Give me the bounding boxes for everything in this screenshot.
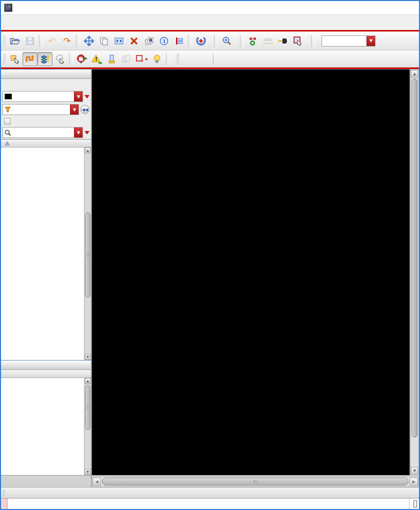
title-bar (1, 1, 419, 15)
zoom-button[interactable] (220, 34, 234, 48)
lasso-select-button[interactable] (52, 52, 68, 66)
scroll-down-arrow[interactable]: ▼ (85, 469, 90, 475)
open-button[interactable] (8, 34, 22, 48)
cmd-caret[interactable] (414, 500, 417, 508)
close-button[interactable] (402, 2, 417, 14)
minimize-button[interactable] (372, 2, 387, 14)
layers-table: ▲ ▼ (1, 139, 91, 360)
create-pin-button[interactable] (276, 34, 290, 48)
command-bar (1, 498, 419, 509)
svg-text:R: R (149, 38, 152, 43)
active-layer-swatch (4, 94, 12, 100)
svg-text:abc: abc (264, 37, 272, 42)
layers-scrollbar[interactable]: ▲ ▼ (84, 148, 91, 360)
scroll-up-arrow[interactable]: ▲ (411, 70, 418, 78)
toolbar-grip[interactable] (4, 54, 6, 64)
toolbar-grip[interactable] (177, 54, 180, 64)
statusbar-grip (3, 490, 6, 496)
scroll-up-arrow[interactable]: ▲ (85, 148, 90, 154)
reshape-mode-button[interactable] (22, 52, 38, 66)
selection-status (181, 54, 242, 64)
redo-button[interactable]: ↷ (60, 34, 74, 48)
left-dock: ▼ ▼ ◀◀ ▼ (1, 69, 92, 487)
toolbar-separator (240, 35, 244, 47)
toolbar-separator (214, 35, 218, 47)
save-button[interactable] (22, 34, 38, 48)
workspace-dropdown-arrow[interactable]: ▼ (366, 36, 375, 46)
workspace-select[interactable]: ▼ (322, 36, 376, 46)
menu-bar (1, 15, 419, 30)
delete-button[interactable] (126, 34, 142, 48)
warning-skip-button[interactable]: ! (90, 52, 104, 66)
chop-button[interactable] (120, 52, 134, 66)
svg-text:i: i (164, 38, 166, 44)
used-layers-checkbox[interactable] (4, 118, 10, 124)
layers-panel-title-bar[interactable] (1, 69, 91, 79)
toolbar-separator (188, 35, 192, 47)
layer-visibility-row (1, 79, 91, 90)
create-label-button[interactable]: abc (260, 34, 276, 48)
active-layer-select[interactable]: ▼ (2, 91, 83, 102)
scrollbar-thumb[interactable] (102, 478, 408, 486)
scroll-down-arrow[interactable]: ▼ (85, 354, 90, 360)
canvas-hscrollbar[interactable]: ◀ ▶ (92, 476, 419, 487)
scrollbar-thumb[interactable] (412, 78, 418, 438)
toolbar-separator (69, 53, 73, 65)
layers-mode-button[interactable] (38, 52, 52, 66)
scroll-left-arrow[interactable]: ◀ (92, 478, 101, 486)
copy-button[interactable] (96, 34, 112, 48)
layer-filter-dropdown-arrow[interactable]: ▼ (70, 104, 78, 114)
canvas-area: ▲ ▼ ◀ ▶ (92, 69, 419, 487)
mouse-binding-bar (1, 487, 419, 498)
ruler-button[interactable] (172, 34, 186, 48)
maximize-button[interactable] (387, 2, 402, 14)
toolbar-separator (166, 53, 170, 65)
layer-filter-row: ▼ ◀◀ (1, 103, 91, 116)
move-button[interactable] (82, 34, 96, 48)
select-area-button[interactable] (290, 34, 306, 48)
toolbar-separator (39, 35, 43, 47)
canvas-vscrollbar[interactable]: ▲ ▼ (410, 69, 419, 476)
active-layer-dropdown-arrow[interactable]: ▼ (74, 92, 82, 102)
status-separator (213, 54, 214, 64)
toolbar-main: ↶ ↷ R i abc ▼ (1, 32, 419, 50)
layout-canvas[interactable] (92, 69, 410, 476)
undo-button[interactable]: ↶ (44, 34, 60, 48)
stretch-button[interactable] (112, 34, 126, 48)
scroll-right-arrow[interactable]: ▶ (410, 478, 418, 486)
stop-hand-button[interactable] (74, 52, 90, 66)
search-menu-arrow[interactable] (84, 131, 90, 134)
scroll-down-arrow[interactable]: ▼ (411, 467, 418, 474)
merge-button[interactable] (134, 52, 150, 66)
active-layer-row: ▼ (1, 90, 91, 103)
toolbar-grip[interactable] (4, 36, 6, 46)
info-button[interactable]: i (156, 34, 172, 48)
scrollbar-thumb[interactable] (85, 212, 90, 298)
hint-bulb-button[interactable] (150, 52, 164, 66)
layer-filter-select[interactable]: ▼ (2, 104, 79, 115)
layer-search-input[interactable]: ▼ (2, 127, 83, 138)
used-layers-row (1, 116, 91, 126)
search-icon (4, 130, 11, 136)
panel-tabs (1, 475, 91, 487)
scroll-up-arrow[interactable]: ▲ (85, 378, 90, 384)
layers-table-header[interactable] (1, 140, 91, 148)
search-dropdown-arrow[interactable]: ▼ (74, 128, 82, 138)
toolbar-edit: ! (1, 50, 419, 68)
objects-scrollbar[interactable]: ▲ ▼ (84, 378, 91, 475)
svg-text:!: ! (95, 56, 98, 62)
fit-view-button[interactable] (194, 34, 208, 48)
sort-icon (5, 142, 10, 146)
toolbar-separator (311, 35, 315, 47)
partial-select-button[interactable] (8, 52, 22, 66)
create-via-button[interactable] (246, 34, 260, 48)
layer-menu-arrow[interactable] (84, 95, 90, 98)
toolbar-separator (76, 35, 80, 47)
collapse-panel-button[interactable]: ◀◀ (80, 105, 90, 114)
scrollbar-thumb[interactable] (85, 385, 90, 430)
virtuoso-window: ↶ ↷ R i abc ▼ (0, 0, 420, 510)
place-column-button[interactable] (104, 52, 120, 66)
properties-button[interactable]: R (142, 34, 156, 48)
objects-panel-title-bar[interactable] (1, 360, 91, 370)
objects-table-header[interactable] (1, 370, 91, 378)
